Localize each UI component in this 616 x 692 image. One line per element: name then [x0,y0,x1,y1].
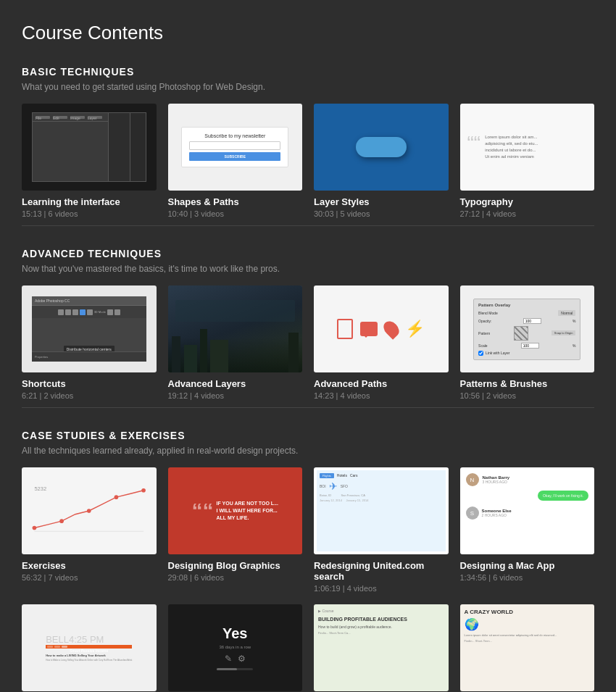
course-thumbnail [314,104,449,191]
course-thumbnail: BELL4:25 PM Smart Passive Income How to … [22,604,157,691]
course-card[interactable]: File Edit Image Layer Learning the inter… [22,104,157,218]
section-desc-basic: What you need to get started using Photo… [22,82,594,92]
svg-point-4 [87,509,91,513]
course-meta: 30:03 | 5 videos [314,209,449,218]
course-thumbnail: Pattern Overlay Blend ModeNormal Opacity… [460,285,595,372]
course-card[interactable]: Flights Hotels Cars BOI ✈ SFO Boise, ID … [314,467,449,593]
course-card[interactable]: ⚡ Advanced Paths14:23 | 4 videos [314,285,449,400]
course-card[interactable]: ““ IF YOU ARE NOT TOO L...I WILL WAIT HE… [168,467,303,593]
course-thumbnail [168,285,303,372]
course-title: Designing Blog Graphics [168,560,303,571]
course-card[interactable]: Subscribe to my newsletter SUBSCRIBE Sha… [168,104,303,218]
course-title: Redesigning United.com search [314,560,449,582]
course-card[interactable]: Pattern Overlay Blend ModeNormal Opacity… [460,285,595,400]
course-meta: 56:32 | 7 videos [22,573,157,582]
course-card[interactable]: 5232 Exercises56:32 | 7 videos [22,467,157,593]
course-card[interactable]: A CRAZY WORLD 🌍 Lorem ipsum dolor sit am… [460,604,595,692]
course-title: Typography [460,196,595,207]
course-meta: 14:23 | 4 videos [314,391,449,400]
course-card[interactable]: Advanced Layers19:12 | 4 videos [168,285,303,400]
svg-text:5232: 5232 [34,485,46,492]
course-title: Learning the interface [22,196,157,207]
course-thumbnail: ▶ Course BUILDING PROFITABLE AUDIENCES H… [314,604,449,691]
course-thumbnail: ⚡ [314,285,449,372]
section-desc-advanced: Now that you've mastered the basics, it'… [22,264,594,274]
course-title: Advanced Paths [314,378,449,389]
course-meta: 6:21 | 2 videos [22,391,157,400]
course-meta: 1:34:56 | 6 videos [460,573,595,582]
svg-point-3 [59,519,64,523]
course-thumbnail: Flights Hotels Cars BOI ✈ SFO Boise, ID … [314,467,449,554]
course-meta: 27:12 | 4 videos [460,209,595,218]
section-advanced: ADVANCED TECHNIQUESNow that you've maste… [22,248,594,408]
course-title: Advanced Layers [168,378,303,389]
course-meta: 15:13 | 6 videos [22,209,157,218]
course-title: Exercises [22,560,157,571]
course-title: Patterns & Brushes [460,378,595,389]
svg-point-6 [141,488,146,493]
course-title: Layer Styles [314,196,449,207]
course-thumbnail: File Edit Image Layer [22,104,157,191]
course-title: Designing a Mac App [460,560,595,571]
course-title: Shortcuts [22,378,157,389]
section-title-casestudies: CASE STUDIES & EXERCISES [22,430,594,441]
course-card[interactable]: Layer Styles30:03 | 5 videos [314,104,449,218]
course-meta: 1:06:19 | 4 videos [314,584,449,593]
page-title: Course Contents [22,22,594,44]
course-card[interactable]: ““ Lorem ipsum dolor sit am...adipisicin… [460,104,595,218]
course-thumbnail: Yes 36 days in a row ✎ ⚙ [168,604,303,691]
course-thumbnail: 5232 [22,467,157,554]
course-thumbnail: Adobe Photoshop CC 3D Mode Distribute ho… [22,285,157,372]
course-meta: 10:40 | 3 videos [168,209,303,218]
course-thumbnail: ““ IF YOU ARE NOT TOO L...I WILL WAIT HE… [168,467,303,554]
section-desc-casestudies: All the techniques learned already, appl… [22,446,594,456]
course-meta: 19:12 | 4 videos [168,391,303,400]
course-title: Shapes & Paths [168,196,303,207]
course-thumbnail: A CRAZY WORLD 🌍 Lorem ipsum dolor sit am… [460,604,595,691]
course-meta: 29:08 | 6 videos [168,573,303,582]
section-casestudies: CASE STUDIES & EXERCISESAll the techniqu… [22,430,594,692]
course-grid-casestudies: 5232 Exercises56:32 | 7 videos ““ IF YOU… [22,467,594,692]
course-card[interactable]: Adobe Photoshop CC 3D Mode Distribute ho… [22,285,157,400]
course-card[interactable]: Yes 36 days in a row ✎ ⚙ Designing Commi… [168,604,303,692]
course-grid-basic: File Edit Image Layer Learning the inter… [22,104,594,218]
course-thumbnail: ““ Lorem ipsum dolor sit am...adipisicin… [460,104,595,191]
course-thumbnail: Subscribe to my newsletter SUBSCRIBE [168,104,303,191]
section-title-basic: BASIC TECHNIQUES [22,66,594,78]
section-basic: BASIC TECHNIQUESWhat you need to get sta… [22,66,594,226]
course-card[interactable]: N Nathan Barry 3 HOURS AGO Okay, I'll wo… [460,467,595,593]
course-thumbnail: N Nathan Barry 3 HOURS AGO Okay, I'll wo… [460,467,595,554]
section-title-advanced: ADVANCED TECHNIQUES [22,248,594,259]
course-card[interactable]: ▶ Course BUILDING PROFITABLE AUDIENCES H… [314,604,449,692]
svg-point-5 [115,495,119,499]
course-card[interactable]: BELL4:25 PM Smart Passive Income How to … [22,604,157,692]
course-grid-advanced: Adobe Photoshop CC 3D Mode Distribute ho… [22,285,594,400]
svg-point-2 [33,526,37,530]
course-meta: 10:56 | 2 videos [460,391,595,400]
